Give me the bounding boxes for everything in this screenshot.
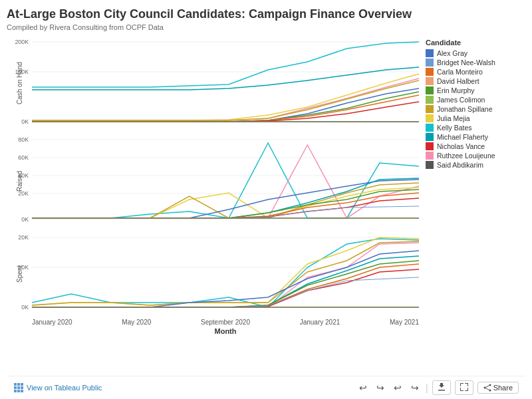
chart-spent-svg: 20K 10K 0K — [32, 231, 419, 317]
legend-items: Alex Gray Bridget Nee-Walsh Carla Montei… — [426, 49, 525, 169]
legend-item-label: Said Abdikarim — [437, 161, 483, 169]
svg-rect-31 — [438, 390, 445, 391]
y-label-cash: Cash on Hand — [7, 35, 32, 132]
svg-rect-36 — [467, 383, 468, 386]
legend-item: Michael Flaherty — [426, 133, 525, 141]
svg-rect-30 — [21, 390, 23, 392]
svg-rect-29 — [17, 390, 20, 392]
legend-color-swatch — [426, 49, 434, 57]
share-btn[interactable]: Share — [477, 382, 519, 394]
svg-rect-38 — [460, 388, 461, 391]
legend-item-label: Ruthzee Louijeune — [437, 152, 495, 160]
charts-area: Cash on Hand 200K 100K 0K — [7, 35, 419, 373]
svg-text:20K: 20K — [18, 190, 29, 197]
legend-color-swatch — [426, 77, 434, 85]
chart-raised-svg: 80K 60K 40K 20K 0K — [32, 133, 419, 229]
svg-rect-26 — [17, 386, 20, 389]
legend-color-swatch — [426, 152, 434, 160]
chart-cash: 200K 100K 0K — [32, 35, 419, 132]
main-content: Cash on Hand 200K 100K 0K — [7, 35, 525, 373]
svg-rect-40 — [467, 388, 468, 391]
svg-rect-28 — [14, 390, 17, 392]
svg-rect-22 — [14, 383, 17, 386]
legend-item: Jonathan Spillane — [426, 105, 525, 113]
legend-item: Nicholas Vance — [426, 142, 525, 150]
legend-item-label: Julia Mejia — [437, 114, 470, 122]
x-axis: January 2020 May 2020 September 2020 Jan… — [32, 319, 419, 335]
legend: Candidate Alex Gray Bridget Nee-Walsh Ca… — [419, 35, 525, 373]
legend-color-swatch — [426, 86, 434, 94]
svg-rect-27 — [21, 386, 23, 389]
legend-item: Bridget Nee-Walsh — [426, 59, 525, 66]
footer: View on Tableau Public ↩ ↪ ↩ ↪ | — [7, 376, 525, 399]
x-axis-row: January 2020 May 2020 September 2020 Jan… — [7, 319, 419, 335]
legend-color-swatch — [426, 142, 434, 150]
legend-item-label: James Colimon — [437, 96, 485, 104]
tableau-link[interactable]: View on Tableau Public — [13, 382, 102, 393]
redo-btn[interactable]: ↪ — [374, 381, 387, 394]
legend-item: Carla Monteiro — [426, 68, 525, 76]
legend-color-swatch — [426, 161, 434, 169]
svg-text:40K: 40K — [18, 172, 29, 179]
legend-item-label: Bridget Nee-Walsh — [437, 59, 495, 66]
undo2-btn[interactable]: ↩ — [391, 381, 404, 394]
legend-item: Kelly Bates — [426, 124, 525, 132]
legend-color-swatch — [426, 114, 434, 122]
footer-controls: ↩ ↪ ↩ ↪ | — [356, 380, 519, 395]
download-btn[interactable] — [432, 380, 451, 395]
svg-text:10K: 10K — [18, 264, 29, 271]
x-label-jan2020: January 2020 — [32, 319, 72, 326]
chart-row-raised: Raised 80K 60K 40K 20K 0K — [7, 133, 419, 229]
svg-rect-24 — [21, 383, 23, 386]
header: At-Large Boston City Council Candidates:… — [7, 7, 525, 31]
legend-item-label: Erin Murphy — [437, 86, 475, 94]
share-label: Share — [493, 384, 513, 392]
legend-item: Julia Mejia — [426, 114, 525, 122]
legend-color-swatch — [426, 68, 434, 76]
page-subtitle: Compiled by Rivera Consulting from OCPF … — [7, 23, 525, 31]
legend-item: David Halbert — [426, 77, 525, 85]
svg-line-45 — [485, 388, 490, 390]
share-icon — [483, 384, 491, 392]
redo2-btn[interactable]: ↪ — [408, 381, 422, 394]
y-label-raised: Raised — [7, 133, 32, 229]
svg-rect-34 — [460, 383, 461, 386]
x-label-jan2021: January 2021 — [300, 319, 340, 326]
svg-text:0K: 0K — [21, 118, 29, 125]
x-axis-title: Month — [32, 327, 419, 335]
legend-title: Candidate — [426, 39, 525, 47]
svg-marker-32 — [439, 383, 444, 388]
chart-row-cash: Cash on Hand 200K 100K 0K — [7, 35, 419, 132]
fullscreen-icon — [460, 382, 469, 392]
undo-btn[interactable]: ↩ — [356, 381, 370, 394]
legend-item: Ruthzee Louijeune — [426, 152, 525, 160]
main-container: At-Large Boston City Council Candidates:… — [0, 0, 532, 399]
legend-item-label: Carla Monteiro — [437, 68, 483, 76]
fullscreen-btn[interactable] — [455, 380, 473, 395]
svg-text:200K: 200K — [15, 39, 29, 45]
svg-line-44 — [485, 385, 490, 388]
legend-item-label: Jonathan Spillane — [437, 105, 492, 113]
tableau-icon — [13, 382, 24, 393]
chart-cash-svg: 200K 100K 0K — [32, 35, 419, 132]
page-title: At-Large Boston City Council Candidates:… — [7, 7, 525, 22]
legend-item-label: Kelly Bates — [437, 124, 472, 132]
legend-item: James Colimon — [426, 96, 525, 104]
svg-text:20K: 20K — [18, 234, 29, 241]
legend-item: Said Abdikarim — [426, 161, 525, 169]
svg-text:100K: 100K — [15, 68, 29, 75]
x-label-may2020: May 2020 — [122, 319, 151, 326]
legend-color-swatch — [426, 59, 434, 66]
svg-text:0K: 0K — [21, 216, 29, 223]
x-label-sep2020: September 2020 — [201, 319, 250, 326]
legend-item-label: Alex Gray — [437, 49, 467, 57]
x-labels: January 2020 May 2020 September 2020 Jan… — [32, 319, 419, 326]
legend-item-label: Michael Flaherty — [437, 133, 488, 141]
legend-item-label: David Halbert — [437, 77, 479, 85]
legend-item: Erin Murphy — [426, 86, 525, 94]
divider: | — [426, 382, 428, 393]
svg-text:0K: 0K — [21, 304, 29, 311]
svg-text:80K: 80K — [18, 136, 29, 143]
chart-row-spent: Spent 20K 10K 0K — [7, 231, 419, 317]
svg-text:60K: 60K — [18, 154, 29, 161]
